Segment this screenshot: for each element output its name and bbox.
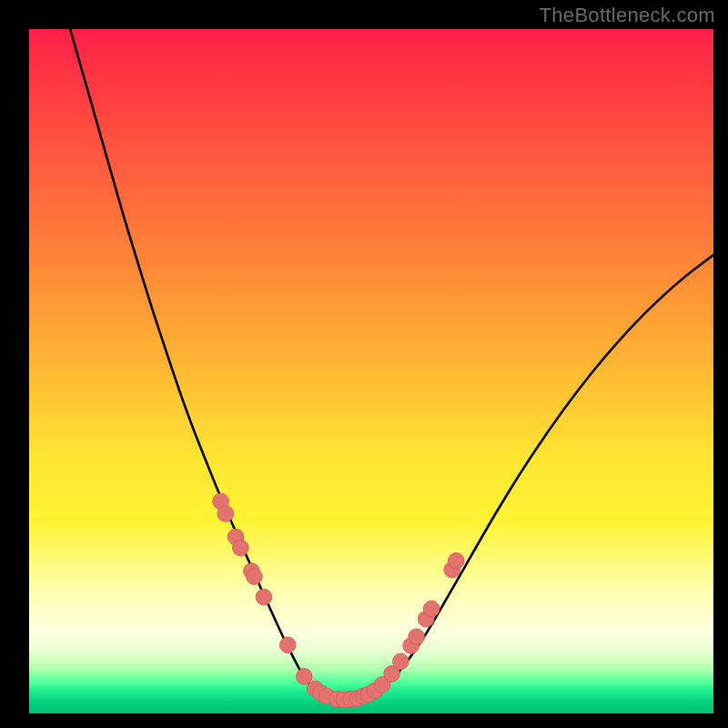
data-marker bbox=[423, 601, 440, 617]
data-marker bbox=[279, 637, 296, 653]
data-markers bbox=[213, 493, 464, 708]
bottleneck-curve-path bbox=[70, 29, 713, 700]
data-marker bbox=[247, 569, 263, 585]
plot-area bbox=[29, 29, 713, 713]
data-marker bbox=[409, 629, 425, 645]
data-marker bbox=[393, 653, 410, 670]
data-marker bbox=[448, 553, 464, 570]
curve-svg bbox=[29, 29, 713, 713]
watermark-text: TheBottleneck.com bbox=[540, 4, 715, 27]
data-marker bbox=[233, 540, 249, 556]
data-marker bbox=[256, 589, 272, 605]
data-marker bbox=[297, 669, 313, 685]
chart-frame: TheBottleneck.com bbox=[0, 0, 728, 728]
data-marker bbox=[217, 506, 234, 522]
